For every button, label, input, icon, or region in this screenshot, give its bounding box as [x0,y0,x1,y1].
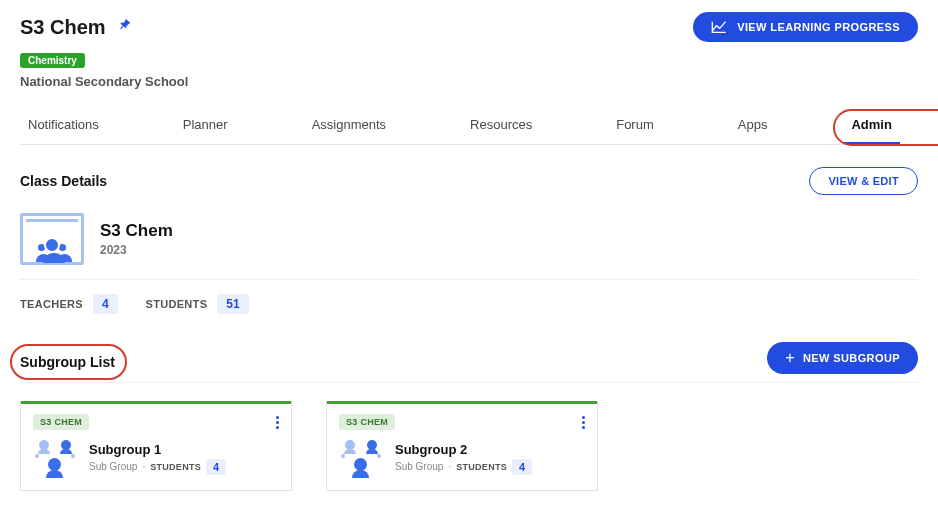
class-card: S3 Chem 2023 [20,213,918,265]
more-menu-icon[interactable] [582,416,585,429]
view-learning-progress-button[interactable]: VIEW LEARNING PROGRESS [693,12,918,42]
subgroup-people-icon [339,440,383,476]
teachers-badge: 4 [93,294,118,314]
teachers-label: TEACHERS [20,298,83,310]
subgroup-name: Subgroup 1 [89,442,226,457]
new-subgroup-button[interactable]: + NEW SUBGROUP [767,342,918,374]
subgroup-students-count: 4 [512,459,532,475]
tab-admin[interactable]: Admin [843,107,899,144]
subgroup-type: Sub Group [89,461,137,472]
tab-notifications[interactable]: Notifications [20,107,107,144]
tab-apps[interactable]: Apps [730,107,776,144]
subgroup-list-title-wrap: Subgroup List [20,346,115,378]
subject-badge: Chemistry [20,53,85,68]
subgroup-list-title: Subgroup List [20,354,115,370]
subgroup-name: Subgroup 2 [395,442,532,457]
subgroup-card[interactable]: S3 CHEM Subgroup 2 Sub Group · STUDENTS … [326,401,598,491]
view-learning-progress-label: VIEW LEARNING PROGRESS [737,21,900,33]
plus-icon: + [785,350,795,366]
subgroup-students-label: STUDENTS [150,462,201,472]
tab-forum[interactable]: Forum [608,107,662,144]
students-label: STUDENTS [146,298,208,310]
class-year: 2023 [100,243,173,257]
school-name: National Secondary School [20,74,918,89]
tab-resources[interactable]: Resources [462,107,540,144]
subgroup-type: Sub Group [395,461,443,472]
page-title: S3 Chem [20,16,106,39]
class-details-title: Class Details [20,173,107,189]
tab-assignments[interactable]: Assignments [304,107,394,144]
subgroup-tag: S3 CHEM [339,414,395,430]
tab-planner[interactable]: Planner [175,107,236,144]
view-edit-button[interactable]: VIEW & EDIT [809,167,918,195]
teachers-count[interactable]: TEACHERS 4 [20,294,118,314]
class-icon [20,213,84,265]
more-menu-icon[interactable] [276,416,279,429]
class-name: S3 Chem [100,221,173,241]
subgroup-card[interactable]: S3 CHEM Subgroup 1 Sub Group · STUDENTS … [20,401,292,491]
subgroup-people-icon [33,440,77,476]
subgroup-students-count: 4 [206,459,226,475]
subgroup-students-label: STUDENTS [456,462,507,472]
subgroup-tag: S3 CHEM [33,414,89,430]
pin-icon[interactable] [111,16,133,39]
students-count[interactable]: STUDENTS 51 [146,294,249,314]
tab-bar: Notifications Planner Assignments Resour… [20,107,918,145]
chart-line-icon [711,20,727,34]
students-badge: 51 [217,294,248,314]
new-subgroup-label: NEW SUBGROUP [803,352,900,364]
